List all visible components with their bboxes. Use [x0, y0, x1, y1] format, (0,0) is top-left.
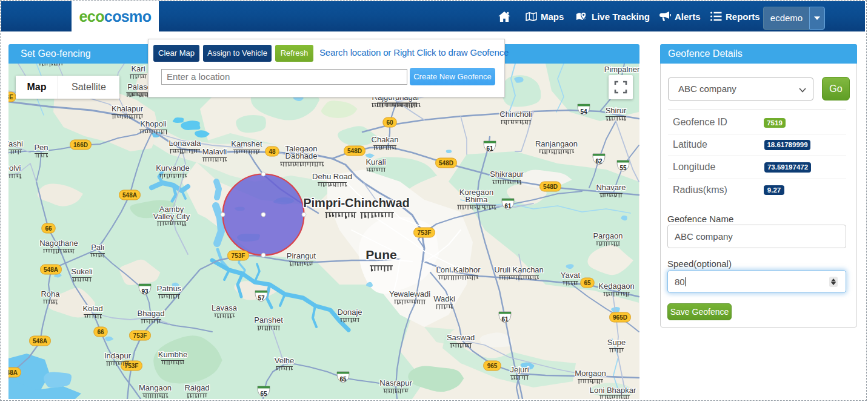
svg-text:61: 61	[486, 145, 493, 152]
svg-text:48: 48	[269, 148, 276, 155]
svg-text:548A: 548A	[33, 338, 47, 344]
svg-text:Lavasa: Lavasa	[212, 303, 238, 312]
svg-text:Ranjangaon: Ranjangaon	[535, 139, 578, 148]
svg-text:Lonavala: Lonavala	[169, 139, 202, 148]
svg-text:61: 61	[501, 316, 509, 323]
svg-text:54: 54	[580, 108, 587, 115]
svg-text:Valley City: Valley City	[153, 212, 190, 221]
svg-text:Bhima: Bhima	[466, 195, 489, 204]
svg-text:Kamshet: Kamshet	[231, 139, 262, 148]
svg-text:66: 66	[45, 225, 52, 232]
svg-text:60: 60	[386, 119, 393, 126]
svg-text:Bhagad: Bhagad	[138, 309, 165, 318]
svg-text:Kolad: Kolad	[82, 304, 102, 313]
svg-text:Kurvande: Kurvande	[156, 163, 190, 173]
svg-text:Morgaon: Morgaon	[575, 369, 606, 378]
svg-text:Roha: Roha	[41, 289, 60, 298]
svg-text:Kari: Kari	[131, 64, 145, 73]
svg-text:Khalapur: Khalapur	[112, 104, 144, 113]
svg-text:65: 65	[260, 390, 267, 397]
svg-text:548D: 548D	[347, 148, 362, 154]
svg-text:Kurali: Kurali	[366, 157, 386, 166]
svg-text:62: 62	[595, 158, 603, 165]
svg-text:Khopoli: Khopoli	[140, 119, 166, 128]
svg-text:65: 65	[339, 376, 347, 383]
svg-text:Shirur: Shirur	[606, 106, 627, 115]
svg-text:66: 66	[97, 329, 104, 335]
svg-text:Kedagaon: Kedagaon	[598, 282, 634, 291]
svg-text:753F: 753F	[133, 332, 147, 339]
svg-text:Loni Bhapkar: Loni Bhapkar	[590, 386, 636, 395]
svg-text:Uruli Kanchan: Uruli Kanchan	[494, 265, 544, 274]
svg-text:57: 57	[258, 295, 265, 302]
svg-text:Jejuri: Jejuri	[510, 365, 529, 374]
svg-text:Panshet: Panshet	[254, 315, 283, 325]
svg-text:548A: 548A	[122, 192, 137, 199]
svg-text:61: 61	[504, 203, 512, 209]
svg-text:166D: 166D	[73, 142, 88, 148]
svg-text:Pen: Pen	[34, 143, 48, 152]
svg-text:753F: 753F	[125, 363, 139, 369]
svg-text:Kumbhe: Kumbhe	[158, 350, 187, 359]
svg-text:Saswad: Saswad	[447, 333, 475, 342]
svg-text:Nagothane: Nagothane	[39, 239, 78, 248]
svg-text:Raigad: Raigad	[184, 383, 209, 392]
svg-text:Pimpalner: Pimpalner	[604, 65, 639, 74]
svg-text:Patnus: Patnus	[157, 284, 182, 293]
svg-text:965: 965	[487, 363, 498, 369]
svg-text:Pirangut: Pirangut	[287, 251, 316, 260]
svg-text:548D: 548D	[439, 160, 453, 166]
svg-text:Dehu Road: Dehu Road	[312, 172, 352, 181]
svg-text:Dolvi: Dolvi	[8, 163, 21, 173]
svg-text:Nasrapur: Nasrapur	[379, 378, 412, 387]
svg-text:93: 93	[141, 288, 149, 295]
svg-text:Velhe: Velhe	[275, 356, 295, 365]
svg-text:Pali: Pali	[91, 243, 104, 252]
svg-text:Malavli: Malavli	[202, 147, 227, 156]
svg-text:965D: 965D	[613, 314, 627, 321]
svg-text:Shikrapur: Shikrapur	[490, 170, 524, 179]
svg-text:65: 65	[584, 280, 591, 286]
svg-text:Supe: Supe	[607, 338, 626, 347]
svg-text:Wadki: Wadki	[433, 294, 455, 303]
svg-text:Pargaon: Pargaon	[593, 231, 623, 240]
svg-text:548D: 548D	[543, 183, 558, 190]
svg-text:BE: BE	[8, 94, 13, 100]
svg-text:548A: 548A	[8, 369, 18, 376]
svg-text:753F: 753F	[232, 252, 245, 259]
svg-text:Donaje: Donaje	[337, 308, 362, 317]
svg-text:Indapur: Indapur	[104, 351, 132, 360]
svg-text:Loni Kalbhor: Loni Kalbhor	[436, 265, 481, 274]
svg-text:Sukeli: Sukeli	[71, 267, 93, 276]
svg-text:Pune: Pune	[366, 248, 396, 262]
svg-text:Pimpri-Chinchwad: Pimpri-Chinchwad	[303, 196, 410, 209]
svg-text:Mangaon: Mangaon	[139, 383, 172, 392]
svg-text:Chakan: Chakan	[372, 135, 399, 144]
svg-text:Yewalewadi: Yewalewadi	[389, 289, 430, 298]
svg-text:55: 55	[619, 165, 627, 171]
svg-text:Vashi: Vashi	[8, 139, 23, 148]
svg-text:548A: 548A	[44, 266, 58, 273]
svg-text:Dabhade: Dabhade	[285, 151, 318, 160]
svg-text:Nhavare: Nhavare	[596, 183, 626, 192]
svg-text:753F: 753F	[418, 229, 432, 236]
svg-text:Yavat: Yavat	[561, 271, 581, 280]
svg-text:Chincholi: Chincholi	[499, 110, 532, 119]
